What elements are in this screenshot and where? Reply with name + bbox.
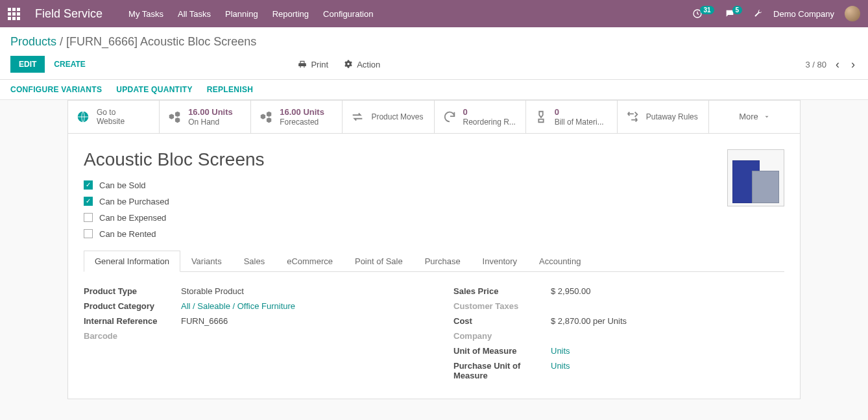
tab-sales[interactable]: Sales: [233, 251, 276, 272]
pager: 3 / 80 ‹ ›: [805, 58, 858, 71]
stat-onhand-txt: On Hand: [188, 117, 233, 127]
pager-prev[interactable]: ‹: [833, 58, 842, 71]
nav-all-tasks[interactable]: All Tasks: [178, 9, 211, 19]
action-button[interactable]: Action: [344, 60, 380, 69]
product-image[interactable]: [727, 149, 784, 206]
breadcrumb-bar: Products[FURN_6666] Acoustic Bloc Screen…: [0, 27, 868, 53]
stat-putaway-txt: Putaway Rules: [646, 112, 698, 121]
checkbox-icon: [84, 197, 93, 206]
breadcrumb: Products[FURN_6666] Acoustic Bloc Screen…: [10, 35, 858, 49]
product-title: Acoustic Bloc Screens: [84, 149, 784, 170]
check-sold[interactable]: Can be Sold: [84, 180, 784, 190]
check-purchased[interactable]: Can be Purchased: [84, 197, 784, 206]
label-product-type: Product Type: [84, 286, 181, 296]
label-uom: Unit of Measure: [453, 346, 551, 356]
actions-bar: EDIT CREATE Print Action 3 / 80 ‹ ›: [0, 53, 868, 80]
stat-reorder[interactable]: 0 Reordering R...: [435, 101, 526, 133]
stat-putaway[interactable]: Putaway Rules: [618, 101, 709, 133]
discuss-icon[interactable]: 5: [725, 8, 743, 19]
value-sales-price: $ 2,950.00: [551, 286, 590, 296]
label-customer-taxes: Customer Taxes: [453, 301, 551, 311]
checkbox-icon: [84, 213, 93, 222]
subbar: CONFIGURE VARIANTS UPDATE QUANTITY REPLE…: [0, 80, 868, 100]
form-sheet: Acoustic Bloc Screens Can be Sold Can be…: [67, 133, 801, 399]
check-rented[interactable]: Can be Rented: [84, 229, 784, 239]
value-cost-suffix: per Units: [593, 316, 627, 326]
right-col: Sales Price$ 2,950.00 Customer Taxes Cos…: [453, 284, 784, 383]
tabs: General Information Variants Sales eComm…: [84, 251, 784, 272]
pager-label: 3 / 80: [805, 60, 826, 69]
stat-more[interactable]: More: [709, 101, 800, 133]
user-avatar[interactable]: [845, 6, 860, 21]
label-cost: Cost: [453, 316, 551, 326]
stat-forecast-txt: Forecasted: [280, 117, 324, 127]
nav-my-tasks[interactable]: My Tasks: [128, 9, 163, 19]
value-cost: $ 2,870.00: [551, 316, 590, 326]
stat-bom[interactable]: 0 Bill of Materi...: [526, 101, 618, 133]
topbar-right: 31 5 Demo Company: [692, 6, 860, 21]
check-sold-label: Can be Sold: [99, 180, 146, 190]
topbar: Field Service My Tasks All Tasks Plannin…: [0, 0, 868, 27]
activity-icon[interactable]: 31: [692, 8, 714, 19]
breadcrumb-products[interactable]: Products: [10, 35, 66, 48]
stat-website-l1: Go to: [97, 108, 125, 117]
product-flags: Can be Sold Can be Purchased Can be Expe…: [84, 180, 784, 239]
stat-forecast[interactable]: 16.00 Units Forecasted: [251, 101, 343, 133]
action-label: Action: [357, 60, 380, 69]
label-sales-price: Sales Price: [453, 286, 551, 296]
discuss-count-badge: 5: [732, 6, 743, 14]
configure-variants-link[interactable]: CONFIGURE VARIANTS: [10, 85, 102, 94]
stat-onhand[interactable]: 16.00 Units On Hand: [160, 101, 251, 133]
tab-general[interactable]: General Information: [84, 251, 180, 272]
value-product-type: Storable Product: [181, 286, 244, 296]
tab-accounting[interactable]: Accounting: [528, 251, 592, 272]
tab-pos[interactable]: Point of Sale: [344, 251, 414, 272]
tab-inventory[interactable]: Inventory: [472, 251, 528, 272]
stat-onhand-num: 16.00 Units: [188, 107, 233, 117]
update-quantity-link[interactable]: UPDATE QUANTITY: [116, 85, 193, 94]
stat-more-label: More: [739, 112, 758, 121]
apps-icon[interactable]: [8, 8, 23, 20]
label-internal-ref: Internal Reference: [84, 316, 181, 326]
replenish-link[interactable]: REPLENISH: [207, 85, 253, 94]
value-puom[interactable]: Units: [551, 361, 570, 371]
stat-website[interactable]: Go to Website: [68, 101, 160, 133]
tab-ecommerce[interactable]: eCommerce: [276, 251, 344, 272]
create-button[interactable]: CREATE: [54, 60, 85, 69]
nav-reporting[interactable]: Reporting: [272, 9, 309, 19]
pager-next[interactable]: ›: [849, 58, 858, 71]
label-puom: Purchase Unit of Measure: [453, 361, 551, 380]
label-company: Company: [453, 331, 551, 341]
nav-configuration[interactable]: Configuration: [323, 9, 373, 19]
edit-button[interactable]: EDIT: [10, 56, 45, 73]
stat-row: Go to Website 16.00 Units On Hand 16.00 …: [67, 100, 801, 133]
stat-website-l2: Website: [97, 117, 125, 126]
tab-variants[interactable]: Variants: [180, 251, 233, 272]
breadcrumb-current: [FURN_6666] Acoustic Bloc Screens: [66, 35, 256, 48]
check-expensed[interactable]: Can be Expensed: [84, 213, 784, 223]
settings-icon[interactable]: [753, 8, 763, 19]
checkbox-icon: [84, 180, 93, 190]
company-menu[interactable]: Demo Company: [773, 9, 834, 19]
stat-moves-txt: Product Moves: [371, 112, 423, 121]
stat-reorder-txt: Reordering R...: [463, 117, 516, 127]
app-brand: Field Service: [35, 7, 102, 21]
activity-count-badge: 31: [700, 6, 714, 14]
check-purchased-label: Can be Purchased: [99, 197, 169, 206]
print-button[interactable]: Print: [298, 60, 328, 69]
nav-planning[interactable]: Planning: [225, 9, 258, 19]
value-internal-ref: FURN_6666: [181, 316, 228, 326]
stat-moves[interactable]: Product Moves: [343, 101, 434, 133]
check-expensed-label: Can be Expensed: [99, 213, 166, 223]
value-category[interactable]: All / Saleable / Office Furniture: [181, 301, 295, 311]
check-rented-label: Can be Rented: [99, 229, 156, 239]
tab-purchase[interactable]: Purchase: [414, 251, 472, 272]
stat-bom-txt: Bill of Materi...: [555, 117, 604, 127]
stat-forecast-num: 16.00 Units: [280, 107, 324, 117]
checkbox-icon: [84, 229, 93, 238]
left-col: Product TypeStorable Product Product Cat…: [84, 284, 415, 383]
label-barcode: Barcode: [84, 331, 181, 341]
stat-reorder-num: 0: [463, 107, 516, 117]
value-uom[interactable]: Units: [551, 346, 570, 356]
label-category: Product Category: [84, 301, 181, 311]
